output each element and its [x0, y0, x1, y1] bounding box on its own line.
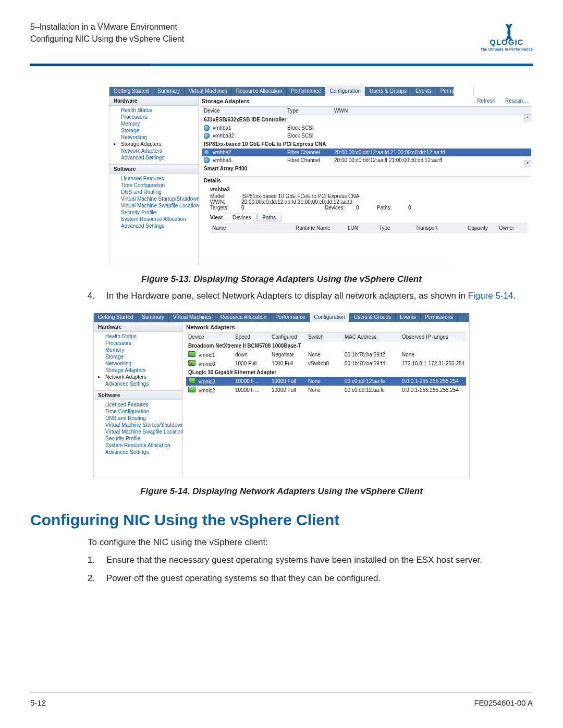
footer-rule	[30, 692, 533, 693]
chapter-title: 5–Installation in a VMware Environment	[30, 21, 184, 33]
sidebar-item-memory[interactable]: Memory	[121, 120, 198, 127]
nic-speed: 10000 F…	[235, 378, 272, 384]
col-owner[interactable]: Owner	[499, 225, 525, 231]
adapter-type: Fibre Channel	[287, 157, 334, 163]
sidebar-item-storage[interactable]: Storage	[121, 127, 198, 134]
nic-configured: Negotiate	[272, 352, 308, 357]
tab-configuration[interactable]: Configuration	[325, 87, 365, 96]
col-ip-ranges[interactable]: Observed IP ranges	[402, 334, 464, 340]
col-name[interactable]: Name	[212, 225, 296, 231]
sidebar-item-dns-routing[interactable]: DNS and Routing	[121, 189, 198, 195]
col-mac[interactable]: MAC Address	[345, 334, 402, 340]
sidebar-item-system-resource-allocation[interactable]: System Resource Allocation	[121, 216, 198, 223]
sidebar-item-vm-startup-shutdown[interactable]: Virtual Machine Startup/Shutdown	[105, 422, 182, 428]
adapter-row[interactable]: vmhba1 Block SCSI	[202, 124, 531, 132]
adapter-row[interactable]: vmhba3 Fibre Channel 20:00:00:c0:dd:12:a…	[202, 156, 531, 164]
view-paths-button[interactable]: Paths	[257, 214, 282, 221]
sidebar-item-vm-startup-shutdown[interactable]: Virtual Machine Startup/Shutdown	[121, 195, 198, 202]
tab-resource-allocation[interactable]: Resource Allocation	[216, 313, 271, 322]
col-device[interactable]: Device	[188, 334, 235, 340]
nic-device: vmnic3	[199, 379, 215, 385]
sidebar-item-network-adapters[interactable]: Network Adapters	[121, 147, 198, 154]
sidebar-item-vm-swapfile-location[interactable]: Virtual Machine Swapfile Location	[105, 428, 182, 435]
adapter-icon	[204, 133, 210, 139]
sidebar-item-advanced-settings[interactable]: Advanced Settings	[105, 380, 182, 387]
sidebar-item-storage-adapters[interactable]: Storage Adapters	[121, 141, 198, 147]
tab-getting-started[interactable]: Getting Started	[109, 87, 153, 96]
sidebar-item-system-resource-allocation[interactable]: System Resource Allocation	[105, 442, 182, 449]
col-wwn[interactable]: WWN	[334, 108, 523, 114]
tab-permissions[interactable]: Permissions	[436, 87, 473, 96]
col-speed[interactable]: Speed	[235, 334, 272, 340]
sidebar-item-health-status[interactable]: Health Status	[121, 107, 198, 114]
adapter-device: vmhba1	[213, 125, 231, 131]
col-runtime-name[interactable]: Runtime Name	[296, 225, 348, 231]
nic-row-selected[interactable]: vmnic3 10000 F… 10000 Full None 00:c0:dd…	[186, 377, 466, 386]
sidebar-item-licensed-features[interactable]: Licensed Features	[121, 175, 198, 182]
sidebar-item-networking[interactable]: Networking	[105, 360, 182, 367]
tab-virtual-machines[interactable]: Virtual Machines	[169, 313, 216, 322]
col-transport[interactable]: Transport	[415, 225, 468, 231]
sidebar-item-time-configuration[interactable]: Time Configuration	[105, 408, 182, 415]
tabbar: Getting Started Summary Virtual Machines…	[94, 313, 469, 322]
actions: Refresh Rescan…	[469, 98, 528, 104]
page: 5–Installation in a VMware Environment C…	[0, 0, 563, 728]
tab-users-groups[interactable]: Users & Groups	[350, 313, 396, 322]
sidebar-item-storage[interactable]: Storage	[105, 353, 182, 360]
logo-glyph: )(	[481, 21, 533, 40]
col-capacity[interactable]: Capacity	[468, 225, 499, 231]
sidebar-item-advanced-settings-sw[interactable]: Advanced Settings	[105, 449, 182, 455]
scroll-up-icon[interactable]: ▴	[524, 114, 531, 121]
nic-row[interactable]: vmnic2 10000 F… 10000 Full None 00:c0:dd…	[186, 386, 466, 394]
sidebar-item-processors[interactable]: Processors	[121, 114, 198, 120]
nic-row[interactable]: vmnic1 down Negotiate None 00:1b:78:ba:5…	[186, 350, 466, 359]
col-type[interactable]: Type	[287, 108, 334, 114]
tab-permissions[interactable]: Permissions	[421, 313, 458, 322]
sidebar-item-network-adapters[interactable]: Network Adapters	[105, 374, 182, 380]
tabbar: Getting Started Summary Virtual Machines…	[109, 87, 454, 96]
col-device[interactable]: Device	[204, 108, 287, 114]
sidebar-item-storage-adapters[interactable]: Storage Adapters	[105, 367, 182, 374]
tab-events[interactable]: Events	[411, 87, 436, 96]
view-devices-button[interactable]: Devices	[227, 214, 257, 221]
tab-performance[interactable]: Performance	[287, 87, 325, 96]
sidebar-item-vm-swapfile-location[interactable]: Virtual Machine Swapfile Location	[121, 202, 198, 209]
col-lun[interactable]: LUN	[348, 225, 379, 231]
rescan-link[interactable]: Rescan…	[505, 98, 528, 104]
sidebar-item-security-profile[interactable]: Security Profile	[105, 435, 182, 442]
step-number: 2.	[82, 572, 95, 585]
sidebar-item-processors[interactable]: Processors	[105, 340, 182, 347]
sidebar-item-security-profile[interactable]: Security Profile	[121, 209, 198, 216]
sidebar-item-time-configuration[interactable]: Time Configuration	[121, 182, 198, 189]
tab-users-groups[interactable]: Users & Groups	[365, 87, 411, 96]
adapter-icon	[204, 150, 210, 155]
tab-getting-started[interactable]: Getting Started	[94, 313, 138, 322]
tab-summary[interactable]: Summary	[138, 313, 169, 322]
tab-virtual-machines[interactable]: Virtual Machines	[185, 87, 232, 96]
sidebar-item-networking[interactable]: Networking	[121, 134, 198, 141]
nic-group: QLogic 10 Gigabit Ethernet Adapter	[186, 368, 466, 377]
sidebar-item-memory[interactable]: Memory	[105, 347, 182, 353]
tab-resource-allocation[interactable]: Resource Allocation	[232, 87, 287, 96]
figure-link-5-14[interactable]: Figure 5-14	[468, 291, 513, 301]
refresh-link[interactable]: Refresh	[477, 98, 495, 104]
scroll-down-icon[interactable]: ▾	[524, 160, 531, 167]
adapter-icon	[204, 125, 210, 131]
col-configured[interactable]: Configured	[272, 334, 308, 340]
col-switch[interactable]: Switch	[308, 334, 345, 340]
sidebar-item-advanced-settings[interactable]: Advanced Settings	[121, 154, 198, 161]
adapter-device: vmhba3	[213, 157, 231, 163]
sidebar-item-advanced-settings-sw[interactable]: Advanced Settings	[121, 223, 198, 229]
adapter-row[interactable]: vmhba32 Block SCSI	[202, 132, 531, 140]
sidebar-item-health-status[interactable]: Health Status	[105, 333, 182, 340]
tab-events[interactable]: Events	[396, 313, 421, 322]
col-type[interactable]: Type	[379, 225, 415, 231]
tab-summary[interactable]: Summary	[153, 87, 185, 96]
tab-performance[interactable]: Performance	[271, 313, 310, 322]
figure-caption-5-13: Figure 5-13. Displaying Storage Adapters…	[30, 274, 533, 285]
tab-configuration[interactable]: Configuration	[310, 313, 349, 322]
adapter-row-selected[interactable]: vmhba2 Fibre Channel 20:00:00:c0:dd:12:a…	[202, 149, 531, 156]
sidebar-item-dns-routing[interactable]: DNS and Routing	[105, 415, 182, 422]
nic-row[interactable]: vmnic0 1000 Full 1000 Full vSwitch0 00:1…	[186, 359, 466, 368]
sidebar-item-licensed-features[interactable]: Licensed Features	[105, 401, 182, 408]
